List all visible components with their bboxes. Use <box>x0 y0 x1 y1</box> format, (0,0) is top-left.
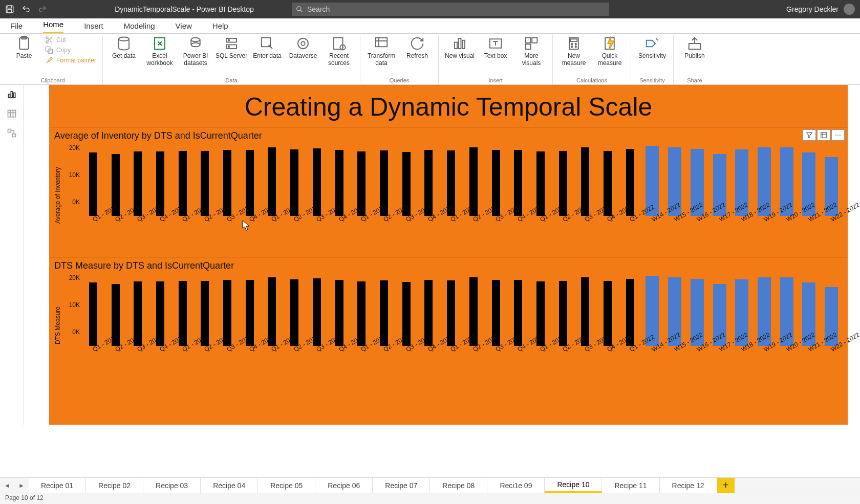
dataverse-button[interactable]: Dataverse <box>286 35 320 59</box>
page-tab[interactable]: Recipe 07 <box>373 478 430 493</box>
more-visuals-button[interactable]: More visuals <box>514 35 548 67</box>
chart-1-title: Average of Inventory by DTS and IsCurren… <box>54 130 843 141</box>
format-painter-button[interactable]: Format painter <box>43 55 98 65</box>
server-icon <box>224 36 239 51</box>
avatar <box>844 4 855 15</box>
chart-2[interactable]: DTS Measure by DTS and IsCurrentQuarter … <box>49 257 848 379</box>
pbi-datasets-button[interactable]: Power BI datasets <box>179 35 212 67</box>
ribbon-tab-file[interactable]: File <box>10 19 23 33</box>
get-data-button[interactable]: Get data <box>107 35 141 59</box>
page-tab[interactable]: Recipe 01 <box>29 478 86 493</box>
group-label-calculations: Calculations <box>557 77 627 84</box>
svg-point-16 <box>191 38 200 42</box>
svg-rect-46 <box>8 110 15 117</box>
chart-more-icon[interactable]: ⋯ <box>831 129 845 141</box>
svg-point-17 <box>191 43 200 47</box>
excel-button[interactable]: Excel workbook <box>143 35 177 67</box>
sensitivity-button[interactable]: Sensitivity <box>635 35 669 59</box>
text-box-button[interactable]: Text box <box>479 35 512 59</box>
undo-icon[interactable] <box>22 5 31 14</box>
ribbon-tabs: FileHomeInsertModelingViewHelp <box>0 18 860 34</box>
report-view-icon[interactable] <box>7 89 17 99</box>
refresh-button[interactable]: Refresh <box>400 35 434 59</box>
chart-2-xlabels: Q1 - 2016Q2 - 2016Q3 - 2016Q4 - 2016Q1 -… <box>82 346 843 377</box>
report-canvas[interactable]: Creating a Dynamic Temporal Scale ⋯ Aver… <box>49 85 848 425</box>
redo-icon[interactable] <box>38 5 47 14</box>
save-icon[interactable] <box>5 5 14 14</box>
table-pencil-icon <box>260 36 275 51</box>
page-tab[interactable]: Recipe 11 <box>602 478 659 493</box>
page-tabs: ◄ ► Recipe 01Recipe 02Recipe 03Recipe 04… <box>0 477 860 493</box>
page-tab[interactable]: Recipe 04 <box>201 478 258 493</box>
data-view-icon[interactable] <box>7 108 17 119</box>
add-page-button[interactable]: + <box>717 478 735 493</box>
bar[interactable] <box>89 152 97 216</box>
svg-rect-49 <box>821 133 827 138</box>
chart-2-yaxis: 20K10K0K <box>61 272 82 349</box>
svg-rect-47 <box>8 129 11 133</box>
page-tab[interactable]: Recipe 08 <box>430 478 487 493</box>
svg-line-4 <box>300 10 303 12</box>
quick-measure-button[interactable]: Quick measure <box>593 35 627 67</box>
page-tab[interactable]: Recipe 12 <box>660 478 717 493</box>
svg-point-8 <box>46 41 48 43</box>
paste-button[interactable]: Paste <box>7 35 41 59</box>
page-nav-next[interactable]: ► <box>14 478 29 493</box>
chart-2-ylabel: DTS Measure <box>54 272 61 379</box>
copy-icon <box>45 46 53 54</box>
svg-point-7 <box>46 37 48 39</box>
page-title: Creating a Dynamic Temporal Scale <box>49 85 848 127</box>
new-measure-button[interactable]: New measure <box>557 35 591 67</box>
cut-button[interactable]: Cut <box>43 35 98 45</box>
svg-point-14 <box>119 37 129 41</box>
enter-data-button[interactable]: Enter data <box>250 35 284 59</box>
database-icon <box>116 36 132 51</box>
page-tab[interactable]: Reci1e 09 <box>487 478 545 493</box>
page-tab[interactable]: Recipe 02 <box>86 478 143 493</box>
copy-button[interactable]: Copy <box>43 45 98 55</box>
paintbrush-icon <box>45 56 53 64</box>
page-tab[interactable]: Recipe 05 <box>258 478 315 493</box>
titlebar: DynamicTemporalScale - Power BI Desktop … <box>0 0 860 18</box>
svg-rect-33 <box>532 38 537 43</box>
chart-focus-icon[interactable] <box>817 129 830 141</box>
chart-1-xlabels: Q1 - 2016Q2 - 2016Q3 - 2016Q4 - 2016Q1 -… <box>82 216 843 247</box>
page-tab[interactable]: Recipe 03 <box>143 478 201 493</box>
sql-server-button[interactable]: SQL Server <box>214 35 248 59</box>
publish-button[interactable]: Publish <box>678 35 712 59</box>
model-view-icon[interactable] <box>7 128 17 138</box>
page-nav-prev[interactable]: ◄ <box>0 478 14 493</box>
dataverse-icon <box>295 36 311 51</box>
bar[interactable] <box>89 282 97 346</box>
chart-1[interactable]: ⋯ Average of Inventory by DTS and IsCurr… <box>49 127 848 249</box>
clipboard-icon <box>16 36 32 51</box>
user-menu[interactable]: Gregory Deckler <box>786 4 855 15</box>
ribbon-tab-home[interactable]: Home <box>43 18 63 33</box>
svg-rect-27 <box>376 38 388 47</box>
page-tab[interactable]: Recipe 06 <box>315 478 373 493</box>
svg-point-24 <box>301 41 305 46</box>
svg-rect-43 <box>8 94 10 98</box>
chart-1-bars <box>82 144 843 216</box>
ribbon-tab-insert[interactable]: Insert <box>84 19 103 33</box>
svg-point-37 <box>571 43 573 45</box>
chart-filter-icon[interactable] <box>803 129 816 141</box>
svg-rect-29 <box>459 38 461 49</box>
group-label-insert: Insert <box>443 77 548 84</box>
svg-rect-36 <box>571 39 577 41</box>
search-input[interactable]: Search <box>292 3 609 16</box>
excel-icon <box>152 36 167 51</box>
svg-rect-34 <box>526 44 531 49</box>
ribbon-tab-help[interactable]: Help <box>212 19 228 33</box>
user-name: Gregory Deckler <box>786 5 838 13</box>
svg-line-11 <box>48 38 49 40</box>
svg-rect-1 <box>8 6 12 8</box>
ribbon-tab-modeling[interactable]: Modeling <box>124 19 155 33</box>
transform-data-button[interactable]: Transform data <box>364 35 398 67</box>
ribbon-tab-view[interactable]: View <box>176 19 192 33</box>
publish-icon <box>687 36 702 51</box>
page-tab[interactable]: Recipe 10 <box>545 478 602 493</box>
recent-sources-button[interactable]: Recent sources <box>322 35 356 67</box>
left-nav <box>0 85 24 425</box>
new-visual-button[interactable]: New visual <box>443 35 477 59</box>
